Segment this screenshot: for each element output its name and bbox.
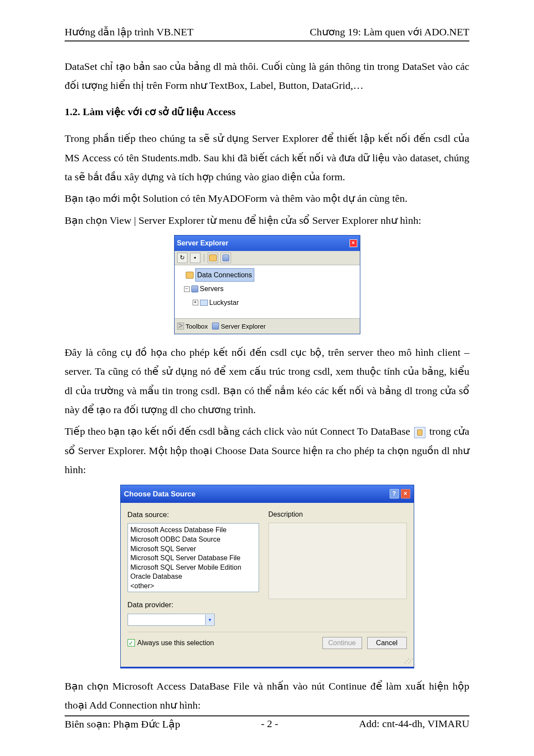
always-use-checkbox[interactable]: ✓ Always use this selection	[128, 637, 214, 649]
data-provider-label: Data provider:	[128, 598, 259, 612]
servers-icon	[191, 285, 198, 292]
tab-toolbox[interactable]: Toolbox	[177, 320, 208, 333]
server-explorer-tabs: Toolbox Server Explorer	[175, 318, 360, 334]
section-heading-1-2: 1.2. Làm việc với cơ sở dữ liệu Access	[65, 102, 469, 121]
server-explorer-tree: Data Connections − Servers + Luckystar	[175, 265, 360, 318]
paragraph-2: Trong phần tiếp theo chúng ta sẽ sử dụng…	[65, 129, 469, 186]
resize-grip-icon[interactable]: ⋰⋰	[121, 656, 414, 666]
page-footer: Biên soạn: Phạm Đức Lập - 2 - Add: cnt-4…	[65, 718, 469, 730]
add-server-icon[interactable]	[221, 253, 231, 263]
help-icon[interactable]: ?	[390, 489, 399, 499]
list-item[interactable]: Oracle Database	[131, 572, 256, 581]
toolbox-icon	[177, 323, 184, 329]
server-explorer-toolbar: ↻ ▪	[175, 251, 360, 265]
data-provider-combobox[interactable]: ▾	[128, 614, 215, 626]
tree-node-luckystar[interactable]: + Luckystar	[176, 296, 358, 310]
server-explorer-titlebar: Server Explorer ×	[175, 235, 360, 251]
tree-expand-icon[interactable]: +	[193, 300, 198, 305]
close-icon[interactable]: ×	[350, 239, 357, 247]
list-item[interactable]: Microsoft Access Database File	[131, 525, 256, 535]
checkbox-label: Always use this selection	[137, 637, 214, 649]
list-item[interactable]: Microsoft SQL Server Mobile Edition	[131, 563, 256, 572]
paragraph-5: Đây là công cụ đồ họa cho phép kết nối đ…	[65, 343, 469, 420]
footer-right: Add: cnt-44-dh, VIMARU	[359, 718, 469, 730]
tree-label: Servers	[200, 282, 224, 295]
close-icon[interactable]: ×	[401, 489, 410, 499]
tree-label: Data Connections	[195, 268, 254, 282]
tree-label: Luckystar	[209, 296, 239, 309]
dialog-separator	[128, 632, 407, 632]
database-icon	[186, 272, 194, 279]
tree-node-servers[interactable]: − Servers	[176, 282, 358, 296]
data-source-list[interactable]: Microsoft Access Database File Microsoft…	[128, 523, 259, 592]
list-item[interactable]: Microsoft SQL Server Database File	[131, 553, 256, 563]
toolbar-separator	[204, 254, 204, 262]
paragraph-1: DataSet chỉ tạo bản sao của bảng dl mà t…	[65, 57, 469, 95]
description-label: Description	[269, 508, 407, 521]
chevron-down-icon[interactable]: ▾	[205, 615, 214, 625]
stop-icon[interactable]: ▪	[190, 253, 200, 263]
footer-center: - 2 -	[261, 718, 278, 730]
server-explorer-panel: Server Explorer × ↻ ▪ Data Connections	[174, 235, 360, 334]
checkbox-icon[interactable]: ✓	[128, 639, 135, 646]
data-source-label: Data source:	[128, 508, 259, 521]
tree-collapse-icon[interactable]: −	[184, 286, 190, 292]
tree-node-data-connections[interactable]: Data Connections	[176, 268, 358, 282]
footer-rule	[65, 715, 469, 716]
paragraph-3: Bạn tạo mới một Solution có tên MyADOFor…	[65, 189, 469, 208]
connect-to-database-icon[interactable]	[414, 427, 425, 438]
tab-label: Toolbox	[186, 320, 208, 333]
header-left: Hướng dẫn lập trình VB.NET	[65, 26, 194, 38]
tab-server-explorer[interactable]: Server Explorer	[212, 320, 265, 333]
computer-icon	[200, 300, 208, 306]
header-rule	[65, 41, 469, 41]
paragraph-4: Bạn chọn View | Server Explorer từ menu …	[65, 211, 469, 230]
server-explorer-title: Server Explorer	[177, 237, 228, 250]
choose-data-source-dialog: Choose Data Source ? × Data source: Micr…	[120, 485, 414, 668]
page-header: Hướng dẫn lập trình VB.NET Chương 19: Là…	[65, 26, 469, 41]
list-item[interactable]: <other>	[131, 581, 256, 591]
refresh-icon[interactable]: ↻	[177, 253, 187, 263]
continue-button[interactable]: Continue	[322, 637, 362, 649]
connect-to-database-icon[interactable]	[208, 253, 218, 263]
paragraph-6a: Tiếp theo bạn tạo kết nối đến csdl bằng …	[65, 426, 413, 437]
description-box	[269, 523, 407, 599]
dialog-titlebar: Choose Data Source ? ×	[121, 485, 414, 503]
tab-label: Server Explorer	[221, 320, 265, 333]
header-right: Chương 19: Làm quen với ADO.NET	[310, 26, 469, 38]
server-explorer-icon	[212, 323, 219, 329]
paragraph-7: Bạn chọn Microsoft Access DataBase File …	[65, 677, 469, 715]
footer-left: Biên soạn: Phạm Đức Lập	[65, 718, 180, 730]
cancel-button[interactable]: Cancel	[367, 637, 407, 649]
list-item[interactable]: Microsoft ODBC Data Source	[131, 535, 256, 544]
dialog-title: Choose Data Source	[124, 487, 196, 501]
list-item[interactable]: Microsoft SQL Server	[131, 544, 256, 554]
paragraph-6: Tiếp theo bạn tạo kết nối đến csdl bằng …	[65, 422, 469, 479]
